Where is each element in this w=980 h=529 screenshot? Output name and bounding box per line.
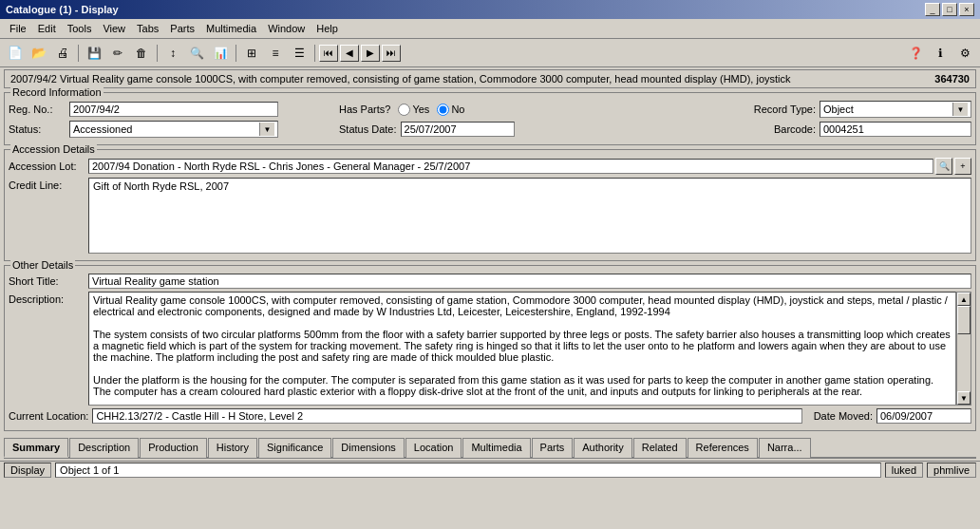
new-button[interactable]: 📄 [4,43,27,64]
record-type-arrow[interactable]: ▼ [952,103,968,116]
filter-button[interactable]: 🔍 [185,43,208,64]
status-date-label: Status Date: [339,123,397,135]
nav-next[interactable]: ▶ [361,45,380,62]
tab-multimedia[interactable]: Multimedia [462,438,530,458]
report-button[interactable]: 📊 [209,43,232,64]
status-date-input[interactable]: 25/07/2007 [401,122,515,137]
accession-details-title: Accession Details [10,143,97,155]
edit-button[interactable]: ✏ [106,43,129,64]
menu-parts[interactable]: Parts [164,21,200,36]
grid-icon: ⊞ [247,47,256,60]
status-combo[interactable]: Accessioned ▼ [69,121,278,138]
status-row: Status: Accessioned ▼ Status Date: 25/07… [9,121,971,138]
info-button[interactable]: ℹ [929,43,952,64]
close-button[interactable]: × [959,3,974,16]
grid-button[interactable]: ⊞ [240,43,263,64]
tab-dimensions[interactable]: Dimensions [332,438,404,458]
status-bar: Display Object 1 of 1 luked phmlive [0,461,980,479]
toolbar-right: ❓ ℹ ⚙ [904,43,976,64]
menu-multimedia[interactable]: Multimedia [200,21,262,36]
reg-no-label: Reg. No.: [9,104,66,115]
delete-icon: 🗑 [136,47,147,60]
help-button[interactable]: ❓ [904,43,927,64]
status-arrow[interactable]: ▼ [259,123,274,136]
status-user: luked [885,463,923,478]
menu-help[interactable]: Help [311,21,344,36]
record-number: 364730 [934,73,970,85]
print-button[interactable]: 🖨 [51,43,74,64]
tab-authority[interactable]: Authority [574,438,631,458]
nav-row: ⏮ ◀ ▶ ⏭ [319,45,401,62]
nav-first[interactable]: ⏮ [319,45,338,62]
description-container: Virtual Reality game console 1000CS, wit… [88,292,971,406]
menu-tabs[interactable]: Tabs [131,21,164,36]
menu-window[interactable]: Window [262,21,311,36]
record-type-section: Record Type: Object ▼ [754,101,971,118]
has-parts-yes-label: Yes [412,104,429,115]
current-location-label: Current Location: [9,410,88,422]
scroll-thumb[interactable] [957,306,971,334]
tab-history[interactable]: History [208,438,257,458]
has-parts-yes-item: Yes [398,104,429,116]
sort-icon: ↕ [170,47,176,60]
menu-bar: File Edit Tools View Tabs Parts Multimed… [0,19,980,39]
has-parts-yes-radio[interactable] [398,104,410,116]
list-button[interactable]: ≡ [264,43,287,64]
sort-button[interactable]: ↕ [161,43,184,64]
nav-prev[interactable]: ◀ [340,45,359,62]
nav-last[interactable]: ⏭ [382,45,401,62]
menu-edit[interactable]: Edit [32,21,62,36]
credit-line-row: Credit Line: Gift of North Ryde RSL, 200… [9,178,971,254]
tab-parts[interactable]: Parts [532,438,574,458]
accession-lot-container: 2007/94 Donation - North Ryde RSL - Chri… [88,158,971,175]
tab-location[interactable]: Location [405,438,462,458]
status-server: phmlive [927,463,976,478]
main-content: Record Information Reg. No.: 2007/94/2 H… [0,90,980,437]
other-details-group: Other Details Short Title: Virtual Reali… [4,265,976,431]
tab-summary[interactable]: Summary [4,438,68,458]
short-title-input[interactable]: Virtual Reality game station [88,274,971,289]
current-location-input[interactable]: CHH2.13/27/2 - Castle Hill - H Store, Le… [92,408,801,424]
scroll-up-btn[interactable]: ▲ [957,293,971,306]
settings-button[interactable]: ⚙ [953,43,976,64]
scroll-track [957,306,971,391]
minimize-button[interactable]: _ [925,3,940,16]
tab-production[interactable]: Production [140,438,207,458]
accession-lot-input[interactable]: 2007/94 Donation - North Ryde RSL - Chri… [88,159,933,174]
save-icon: 💾 [87,47,102,60]
tab-references[interactable]: References [688,438,758,458]
delete-button[interactable]: 🗑 [130,43,153,64]
list-icon: ≡ [272,47,278,60]
has-parts-no-radio[interactable] [437,104,449,116]
date-moved-label: Date Moved: [814,410,873,422]
date-moved-input[interactable]: 06/09/2007 [876,408,971,424]
detail-button[interactable]: ☰ [288,43,311,64]
window-controls: _ □ × [925,3,974,16]
help-icon: ❓ [909,47,923,60]
scroll-down-btn[interactable]: ▼ [957,391,971,405]
open-button[interactable]: 📂 [28,43,50,64]
has-parts-section: Has Parts? Yes No [339,104,464,116]
status-mode: Display [4,463,51,478]
reg-no-input[interactable]: 2007/94/2 [69,102,278,117]
tab-significance[interactable]: Significance [258,438,331,458]
credit-line-label: Credit Line: [9,178,85,191]
menu-tools[interactable]: Tools [62,21,98,36]
tab-description[interactable]: Description [69,438,139,458]
barcode-input[interactable]: 0004251 [820,122,971,137]
record-type-combo[interactable]: Object ▼ [820,101,971,118]
maximize-button[interactable]: □ [942,3,957,16]
accession-add-btn[interactable]: + [954,158,971,175]
sep4 [314,45,315,62]
credit-line-textarea[interactable]: Gift of North Ryde RSL, 2007 [88,178,971,254]
new-icon: 📄 [8,46,23,60]
accession-search-btn[interactable]: 🔍 [935,158,952,175]
has-parts-label: Has Parts? [339,104,390,115]
menu-view[interactable]: View [97,21,131,36]
status-info: Object 1 of 1 [55,463,881,478]
menu-file[interactable]: File [4,21,32,36]
save-button[interactable]: 💾 [83,43,105,64]
tab-narra[interactable]: Narra... [759,438,811,458]
description-textarea[interactable]: Virtual Reality game console 1000CS, wit… [88,292,956,406]
tab-related[interactable]: Related [633,438,687,458]
